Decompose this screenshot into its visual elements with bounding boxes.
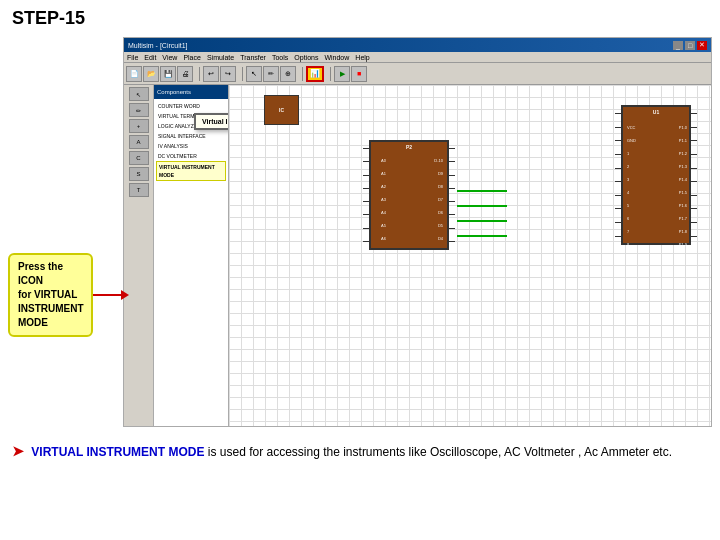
sim-toolbar: 📄 📂 💾 🖨 ↩ ↪ ↖ ✏ ⊕ 📊 ▶ ■: [124, 63, 711, 85]
sidebar-add[interactable]: +: [129, 119, 149, 133]
annotation-line1: Press the ICON: [18, 261, 63, 286]
panel-item-virtual[interactable]: VIRTUAL INSTRUMENT MODE: [156, 161, 226, 181]
menu-place[interactable]: Place: [183, 54, 201, 61]
menu-file[interactable]: File: [127, 54, 138, 61]
menu-window[interactable]: Window: [324, 54, 349, 61]
bullet-arrow: ➤: [12, 441, 24, 462]
chip-u1: U1: [621, 105, 691, 245]
chip-u1-left-pins: [615, 107, 623, 243]
panel-item-4[interactable]: SIGNAL INTERFACE: [156, 131, 226, 141]
toolbar-save[interactable]: 💾: [160, 66, 176, 82]
annotation-line4: MODE: [18, 317, 48, 328]
sim-statusbar: For Help, press F1 Motion free: No: [124, 426, 711, 427]
virtual-instrument-button[interactable]: 📊: [306, 66, 324, 82]
screenshot-area: Multisim - [Circuit1] _ □ ✕ File Edit Vi…: [123, 37, 712, 427]
sidebar-a[interactable]: A: [129, 135, 149, 149]
sim-menubar: File Edit View Place Simulate Transfer T…: [124, 52, 711, 63]
close-button[interactable]: ✕: [697, 41, 707, 50]
menu-simulate[interactable]: Simulate: [207, 54, 234, 61]
sim-left-panel: Components COUNTER WORD VIRTUAL TERMINAL…: [154, 85, 229, 426]
sim-titlebar: Multisim - [Circuit1] _ □ ✕: [124, 38, 711, 52]
annotation-container: Press the ICON for VIRTUAL INSTRUMENT MO…: [8, 253, 123, 337]
menu-tools[interactable]: Tools: [272, 54, 288, 61]
menu-help[interactable]: Help: [355, 54, 369, 61]
toolbar-print[interactable]: 🖨: [177, 66, 193, 82]
green-wire-4: [457, 235, 507, 237]
chip-p2: P2: [369, 140, 449, 250]
chip-p2-left-pins: [363, 142, 371, 248]
panel-item-6[interactable]: DC VOLTMETER: [156, 151, 226, 161]
green-wire-3: [457, 220, 507, 222]
chip-u1-right-pins: [689, 107, 697, 243]
sidebar-wire[interactable]: ✏: [129, 103, 149, 117]
menu-edit[interactable]: Edit: [144, 54, 156, 61]
annotation-arrow: [93, 294, 123, 296]
sidebar-t[interactable]: T: [129, 183, 149, 197]
virtual-instrument-popup: Virtual Instrument Mode: [194, 113, 229, 130]
toolbar-select[interactable]: ↖: [246, 66, 262, 82]
sidebar-select[interactable]: ↖: [129, 87, 149, 101]
chip-u1-label: U1: [623, 109, 689, 115]
sim-body: ↖ ✏ + A C S T Components COUNTER WORD VI…: [124, 85, 711, 426]
menu-options[interactable]: Options: [294, 54, 318, 61]
maximize-button[interactable]: □: [685, 41, 695, 50]
sim-canvas: P2: [229, 85, 711, 426]
main-content: Press the ICON for VIRTUAL INSTRUMENT MO…: [0, 33, 720, 433]
annotation-box: Press the ICON for VIRTUAL INSTRUMENT MO…: [8, 253, 93, 337]
annotation-line3: INSTRUMENT: [18, 303, 84, 314]
green-wire: [457, 190, 507, 192]
menu-transfer[interactable]: Transfer: [240, 54, 266, 61]
page-container: STEP-15 Press the ICON for VIRTUAL INSTR…: [0, 0, 720, 540]
minimize-button[interactable]: _: [673, 41, 683, 50]
small-chip: IC: [264, 95, 299, 125]
sidebar-c[interactable]: C: [129, 151, 149, 165]
chip-p2-right-pins: [447, 142, 455, 248]
sim-titlebar-text: Multisim - [Circuit1]: [128, 42, 673, 49]
panel-item-5[interactable]: IV ANALYSIS: [156, 141, 226, 151]
sim-window: Multisim - [Circuit1] _ □ ✕ File Edit Vi…: [124, 38, 711, 426]
highlight-virtual-mode: VIRTUAL INSTRUMENT MODE: [31, 445, 204, 459]
chip-p2-label: P2: [371, 144, 447, 150]
sim-panel-header: Components: [154, 85, 228, 99]
toolbar-wire[interactable]: ✏: [263, 66, 279, 82]
bottom-text-rest: is used for accessing the instruments li…: [208, 445, 672, 459]
green-wire-2: [457, 205, 507, 207]
toolbar-redo[interactable]: ↪: [220, 66, 236, 82]
annotation-line2: for VIRTUAL: [18, 289, 77, 300]
bottom-text: ➤ VIRTUAL INSTRUMENT MODE is used for ac…: [0, 433, 720, 466]
toolbar-stop[interactable]: ■: [351, 66, 367, 82]
sim-titlebar-btns: _ □ ✕: [673, 41, 707, 50]
sidebar-s[interactable]: S: [129, 167, 149, 181]
toolbar-open[interactable]: 📂: [143, 66, 159, 82]
sim-sidebar: ↖ ✏ + A C S T: [124, 85, 154, 426]
sim-panel-items: COUNTER WORD VIRTUAL TERMINAL LOGIC ANAL…: [154, 99, 228, 183]
step-title: STEP-15: [0, 0, 720, 33]
toolbar-new[interactable]: 📄: [126, 66, 142, 82]
menu-view[interactable]: View: [162, 54, 177, 61]
toolbar-component[interactable]: ⊕: [280, 66, 296, 82]
panel-item-1[interactable]: COUNTER WORD: [156, 101, 226, 111]
toolbar-run[interactable]: ▶: [334, 66, 350, 82]
toolbar-undo[interactable]: ↩: [203, 66, 219, 82]
